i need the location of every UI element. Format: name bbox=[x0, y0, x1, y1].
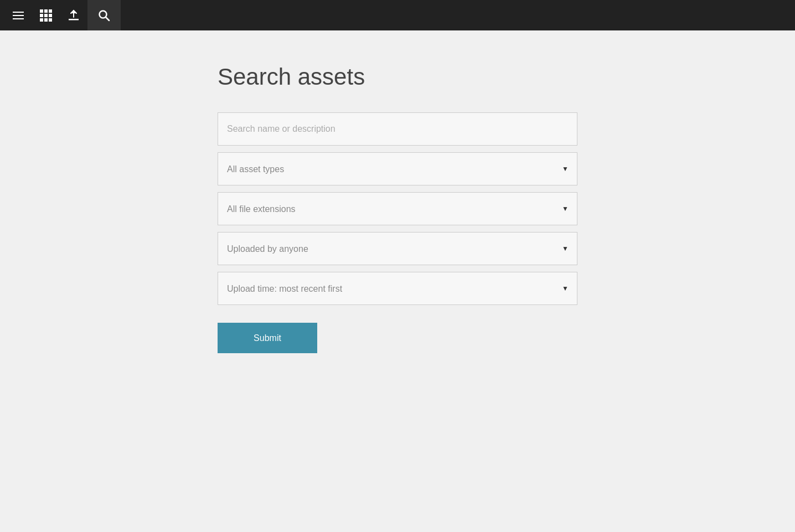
search-nav-button[interactable] bbox=[87, 0, 121, 30]
asset-type-select[interactable]: All asset types bbox=[218, 152, 577, 185]
uploaded-by-select-wrapper: Uploaded by anyone bbox=[218, 232, 577, 265]
upload-button[interactable] bbox=[60, 0, 87, 30]
main-content: Search assets All asset types All file e… bbox=[0, 30, 795, 386]
submit-button[interactable]: Submit bbox=[218, 323, 317, 353]
hamburger-icon bbox=[13, 12, 24, 19]
navbar bbox=[0, 0, 795, 30]
search-input[interactable] bbox=[218, 112, 577, 146]
sort-select-wrapper: Upload time: most recent first bbox=[218, 272, 577, 305]
file-extension-select[interactable]: All file extensions bbox=[218, 192, 577, 225]
grid-icon bbox=[40, 9, 52, 22]
svg-rect-2 bbox=[69, 19, 79, 20]
page-title: Search assets bbox=[218, 64, 577, 90]
file-extension-select-wrapper: All file extensions bbox=[218, 192, 577, 225]
apps-button[interactable] bbox=[32, 0, 60, 30]
asset-type-select-wrapper: All asset types bbox=[218, 152, 577, 185]
search-icon bbox=[98, 9, 110, 22]
search-form-container: Search assets All asset types All file e… bbox=[218, 64, 577, 353]
upload-icon bbox=[67, 9, 80, 22]
sort-select[interactable]: Upload time: most recent first bbox=[218, 272, 577, 305]
svg-line-4 bbox=[106, 17, 109, 20]
uploaded-by-select[interactable]: Uploaded by anyone bbox=[218, 232, 577, 265]
search-form: All asset types All file extensions Uplo… bbox=[218, 112, 577, 353]
menu-button[interactable] bbox=[4, 0, 32, 30]
